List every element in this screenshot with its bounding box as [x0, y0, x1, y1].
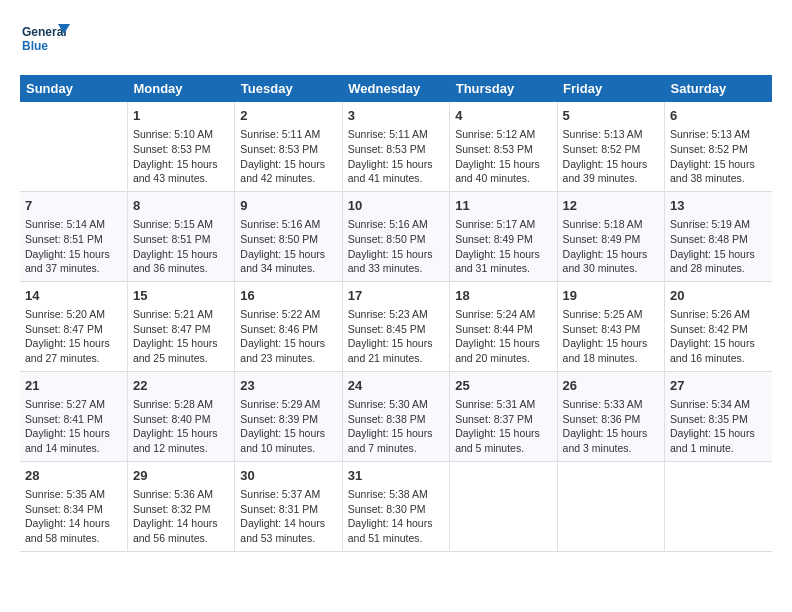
day-cell: 15Sunrise: 5:21 AM Sunset: 8:47 PM Dayli… [127, 281, 234, 371]
day-cell: 19Sunrise: 5:25 AM Sunset: 8:43 PM Dayli… [557, 281, 664, 371]
day-cell: 31Sunrise: 5:38 AM Sunset: 8:30 PM Dayli… [342, 461, 449, 551]
day-cell: 4Sunrise: 5:12 AM Sunset: 8:53 PM Daylig… [450, 102, 557, 191]
day-number: 21 [25, 377, 122, 395]
day-info: Sunrise: 5:31 AM Sunset: 8:37 PM Dayligh… [455, 397, 551, 456]
day-info: Sunrise: 5:13 AM Sunset: 8:52 PM Dayligh… [563, 127, 659, 186]
day-number: 31 [348, 467, 444, 485]
day-info: Sunrise: 5:12 AM Sunset: 8:53 PM Dayligh… [455, 127, 551, 186]
day-number: 30 [240, 467, 336, 485]
day-info: Sunrise: 5:26 AM Sunset: 8:42 PM Dayligh… [670, 307, 767, 366]
day-info: Sunrise: 5:38 AM Sunset: 8:30 PM Dayligh… [348, 487, 444, 546]
day-number: 6 [670, 107, 767, 125]
day-cell: 10Sunrise: 5:16 AM Sunset: 8:50 PM Dayli… [342, 191, 449, 281]
day-number: 17 [348, 287, 444, 305]
day-number: 13 [670, 197, 767, 215]
logo: General Blue [20, 20, 70, 65]
calendar-header: SundayMondayTuesdayWednesdayThursdayFrid… [20, 75, 772, 102]
day-info: Sunrise: 5:16 AM Sunset: 8:50 PM Dayligh… [348, 217, 444, 276]
day-number: 27 [670, 377, 767, 395]
day-info: Sunrise: 5:13 AM Sunset: 8:52 PM Dayligh… [670, 127, 767, 186]
day-cell: 2Sunrise: 5:11 AM Sunset: 8:53 PM Daylig… [235, 102, 342, 191]
day-number: 15 [133, 287, 229, 305]
day-cell [450, 461, 557, 551]
svg-text:Blue: Blue [22, 39, 48, 53]
day-cell: 8Sunrise: 5:15 AM Sunset: 8:51 PM Daylig… [127, 191, 234, 281]
day-info: Sunrise: 5:30 AM Sunset: 8:38 PM Dayligh… [348, 397, 444, 456]
week-row-2: 7Sunrise: 5:14 AM Sunset: 8:51 PM Daylig… [20, 191, 772, 281]
day-cell: 3Sunrise: 5:11 AM Sunset: 8:53 PM Daylig… [342, 102, 449, 191]
day-info: Sunrise: 5:25 AM Sunset: 8:43 PM Dayligh… [563, 307, 659, 366]
day-info: Sunrise: 5:11 AM Sunset: 8:53 PM Dayligh… [240, 127, 336, 186]
day-cell: 13Sunrise: 5:19 AM Sunset: 8:48 PM Dayli… [665, 191, 772, 281]
day-cell: 9Sunrise: 5:16 AM Sunset: 8:50 PM Daylig… [235, 191, 342, 281]
day-info: Sunrise: 5:36 AM Sunset: 8:32 PM Dayligh… [133, 487, 229, 546]
day-cell: 18Sunrise: 5:24 AM Sunset: 8:44 PM Dayli… [450, 281, 557, 371]
day-info: Sunrise: 5:33 AM Sunset: 8:36 PM Dayligh… [563, 397, 659, 456]
week-row-3: 14Sunrise: 5:20 AM Sunset: 8:47 PM Dayli… [20, 281, 772, 371]
day-number: 24 [348, 377, 444, 395]
day-info: Sunrise: 5:10 AM Sunset: 8:53 PM Dayligh… [133, 127, 229, 186]
calendar-table: SundayMondayTuesdayWednesdayThursdayFrid… [20, 75, 772, 552]
day-cell: 26Sunrise: 5:33 AM Sunset: 8:36 PM Dayli… [557, 371, 664, 461]
day-cell: 14Sunrise: 5:20 AM Sunset: 8:47 PM Dayli… [20, 281, 127, 371]
day-number: 16 [240, 287, 336, 305]
day-cell [557, 461, 664, 551]
day-cell: 11Sunrise: 5:17 AM Sunset: 8:49 PM Dayli… [450, 191, 557, 281]
day-number: 12 [563, 197, 659, 215]
col-header-wednesday: Wednesday [342, 75, 449, 102]
week-row-4: 21Sunrise: 5:27 AM Sunset: 8:41 PM Dayli… [20, 371, 772, 461]
page-header: General Blue [20, 20, 772, 65]
day-cell: 17Sunrise: 5:23 AM Sunset: 8:45 PM Dayli… [342, 281, 449, 371]
day-info: Sunrise: 5:16 AM Sunset: 8:50 PM Dayligh… [240, 217, 336, 276]
day-info: Sunrise: 5:20 AM Sunset: 8:47 PM Dayligh… [25, 307, 122, 366]
day-number: 29 [133, 467, 229, 485]
day-cell: 23Sunrise: 5:29 AM Sunset: 8:39 PM Dayli… [235, 371, 342, 461]
day-info: Sunrise: 5:18 AM Sunset: 8:49 PM Dayligh… [563, 217, 659, 276]
day-number: 20 [670, 287, 767, 305]
day-cell: 30Sunrise: 5:37 AM Sunset: 8:31 PM Dayli… [235, 461, 342, 551]
day-info: Sunrise: 5:15 AM Sunset: 8:51 PM Dayligh… [133, 217, 229, 276]
day-info: Sunrise: 5:19 AM Sunset: 8:48 PM Dayligh… [670, 217, 767, 276]
day-info: Sunrise: 5:24 AM Sunset: 8:44 PM Dayligh… [455, 307, 551, 366]
day-info: Sunrise: 5:29 AM Sunset: 8:39 PM Dayligh… [240, 397, 336, 456]
day-cell: 25Sunrise: 5:31 AM Sunset: 8:37 PM Dayli… [450, 371, 557, 461]
day-cell: 12Sunrise: 5:18 AM Sunset: 8:49 PM Dayli… [557, 191, 664, 281]
day-number: 22 [133, 377, 229, 395]
day-info: Sunrise: 5:34 AM Sunset: 8:35 PM Dayligh… [670, 397, 767, 456]
day-number: 26 [563, 377, 659, 395]
week-row-5: 28Sunrise: 5:35 AM Sunset: 8:34 PM Dayli… [20, 461, 772, 551]
day-info: Sunrise: 5:11 AM Sunset: 8:53 PM Dayligh… [348, 127, 444, 186]
week-row-1: 1Sunrise: 5:10 AM Sunset: 8:53 PM Daylig… [20, 102, 772, 191]
col-header-tuesday: Tuesday [235, 75, 342, 102]
day-info: Sunrise: 5:22 AM Sunset: 8:46 PM Dayligh… [240, 307, 336, 366]
day-cell: 1Sunrise: 5:10 AM Sunset: 8:53 PM Daylig… [127, 102, 234, 191]
day-cell: 21Sunrise: 5:27 AM Sunset: 8:41 PM Dayli… [20, 371, 127, 461]
day-info: Sunrise: 5:14 AM Sunset: 8:51 PM Dayligh… [25, 217, 122, 276]
day-info: Sunrise: 5:27 AM Sunset: 8:41 PM Dayligh… [25, 397, 122, 456]
day-number: 28 [25, 467, 122, 485]
day-number: 9 [240, 197, 336, 215]
col-header-sunday: Sunday [20, 75, 127, 102]
day-number: 7 [25, 197, 122, 215]
day-cell: 20Sunrise: 5:26 AM Sunset: 8:42 PM Dayli… [665, 281, 772, 371]
day-number: 18 [455, 287, 551, 305]
col-header-friday: Friday [557, 75, 664, 102]
day-cell [20, 102, 127, 191]
day-cell: 6Sunrise: 5:13 AM Sunset: 8:52 PM Daylig… [665, 102, 772, 191]
day-number: 5 [563, 107, 659, 125]
day-number: 14 [25, 287, 122, 305]
col-header-thursday: Thursday [450, 75, 557, 102]
day-cell: 5Sunrise: 5:13 AM Sunset: 8:52 PM Daylig… [557, 102, 664, 191]
day-number: 25 [455, 377, 551, 395]
day-info: Sunrise: 5:21 AM Sunset: 8:47 PM Dayligh… [133, 307, 229, 366]
day-number: 23 [240, 377, 336, 395]
col-header-monday: Monday [127, 75, 234, 102]
day-number: 19 [563, 287, 659, 305]
day-info: Sunrise: 5:35 AM Sunset: 8:34 PM Dayligh… [25, 487, 122, 546]
day-number: 4 [455, 107, 551, 125]
day-number: 10 [348, 197, 444, 215]
day-cell [665, 461, 772, 551]
day-info: Sunrise: 5:23 AM Sunset: 8:45 PM Dayligh… [348, 307, 444, 366]
day-number: 8 [133, 197, 229, 215]
day-info: Sunrise: 5:37 AM Sunset: 8:31 PM Dayligh… [240, 487, 336, 546]
